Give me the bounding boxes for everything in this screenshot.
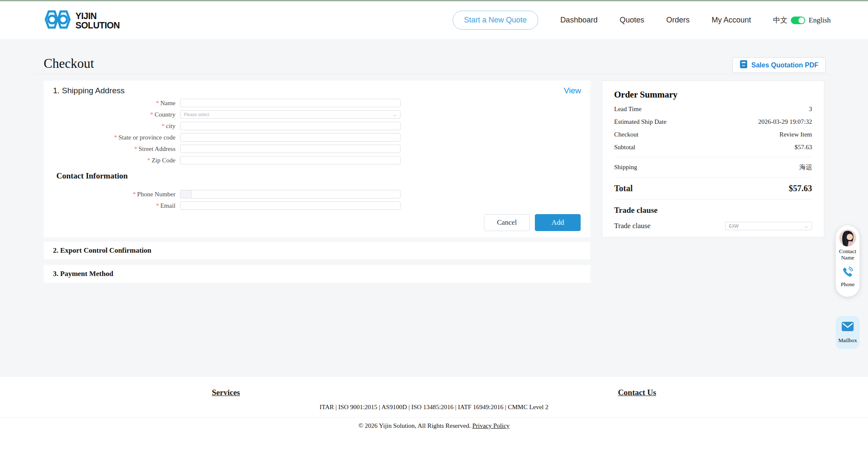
summary-divider — [614, 177, 812, 178]
summary-row-ship-date: Estimated Ship Date 2026-03-29 19:07:32 — [614, 118, 812, 125]
mailbox-label: Mailbox — [838, 337, 857, 343]
phone-input[interactable] — [191, 190, 401, 198]
trade-clause-select[interactable]: EXW ⌄ — [725, 222, 812, 230]
total-label: Total — [614, 184, 633, 193]
contact-avatar — [839, 229, 856, 246]
required-asterisk: * — [133, 191, 136, 198]
country-placeholder: Please select — [184, 112, 209, 117]
shipping-method-label: Shipping — [614, 164, 637, 171]
order-summary-title: Order Summary — [614, 89, 812, 100]
language-toggle[interactable] — [791, 17, 805, 24]
start-new-quote-button[interactable]: Start a New Quote — [453, 11, 538, 30]
export-control-section[interactable]: 2. Export Control Confirmation — [44, 242, 590, 259]
summary-row-subtotal: Subtotal $57.63 — [614, 144, 812, 151]
form-row-street: *Street Address — [44, 145, 590, 153]
copyright-text: © 2026 Yijin Solution, All Rights Reserv… — [359, 422, 471, 429]
mailbox-widget[interactable]: Mailbox — [836, 316, 860, 349]
pdf-icon: PDF — [740, 60, 748, 70]
form-actions: Cancel Add — [484, 214, 581, 231]
lead-time-value: 3 — [809, 106, 812, 113]
shipping-form: *Name *Country Please select ⌄ *city *St… — [44, 95, 590, 210]
form-row-name: *Name — [44, 99, 590, 107]
cancel-button[interactable]: Cancel — [484, 214, 530, 231]
nav-my-account[interactable]: My Account — [712, 16, 751, 25]
export-control-title: 2. Export Control Confirmation — [53, 246, 151, 255]
form-row-city: *city — [44, 122, 590, 130]
header: YIJIN SOLUTION Start a New Quote Dashboa… — [0, 1, 868, 39]
name-label: *Name — [44, 100, 180, 107]
summary-divider — [614, 199, 812, 200]
nav-dashboard[interactable]: Dashboard — [560, 16, 598, 25]
form-row-country: *Country Please select ⌄ — [44, 110, 590, 119]
checkout-value: Review Item — [779, 131, 812, 138]
contact-widget[interactable]: Contact Name Phone — [836, 226, 860, 297]
footer-divider — [0, 417, 868, 418]
required-asterisk: * — [150, 111, 153, 118]
shipping-section-title: 1. Shipping Address — [53, 86, 125, 95]
total-value: $57.63 — [789, 184, 812, 193]
privacy-policy-link[interactable]: Privacy Policy — [472, 422, 509, 429]
language-switch: 中文 English — [773, 15, 831, 25]
form-row-email: *Email — [44, 201, 590, 210]
required-asterisk: * — [156, 202, 159, 209]
summary-total-row: Total $57.63 — [614, 184, 812, 193]
footer-contact-us-link[interactable]: Contact Us — [573, 388, 701, 397]
country-label: *Country — [44, 111, 180, 118]
copyright-line: © 2026 Yijin Solution, All Rights Reserv… — [0, 422, 868, 429]
summary-row-checkout: Checkout Review Item — [614, 131, 812, 138]
toggle-knob — [798, 17, 804, 23]
country-select[interactable]: Please select ⌄ — [180, 110, 401, 119]
view-link[interactable]: View — [564, 86, 581, 95]
phone-label-floating: Phone — [841, 281, 855, 287]
chevron-down-icon: ⌄ — [804, 224, 808, 229]
contact-name-label: Contact Name — [836, 248, 860, 261]
email-label: *Email — [44, 202, 180, 209]
footer-services-link[interactable]: Services — [162, 388, 289, 397]
summary-row-shipping: Shipping 海运 — [614, 163, 812, 171]
zip-input[interactable] — [180, 156, 401, 165]
required-asterisk: * — [114, 134, 117, 141]
zip-label: *Zip Code — [44, 157, 180, 164]
city-input[interactable] — [180, 122, 401, 130]
logo-infinity-icon — [44, 9, 72, 31]
logo-text: YIJIN SOLUTION — [75, 11, 120, 29]
phone-country-code-addon[interactable] — [180, 190, 191, 198]
lang-english-label[interactable]: English — [809, 16, 831, 25]
trade-clause-heading: Trade clause — [614, 206, 812, 215]
page-title: Checkout — [44, 56, 94, 71]
trade-clause-row: Trade clause EXW ⌄ — [614, 222, 812, 230]
form-row-phone: *Phone Number — [44, 190, 590, 198]
payment-method-section[interactable]: 3. Payment Method — [44, 265, 590, 283]
name-input[interactable] — [180, 99, 401, 107]
state-input[interactable] — [180, 133, 401, 142]
street-input[interactable] — [180, 145, 401, 153]
main-content: Checkout PDF Sales Quotation PDF 1. Ship… — [0, 39, 868, 377]
add-button[interactable]: Add — [535, 214, 581, 231]
chevron-down-icon: ⌄ — [393, 112, 397, 117]
street-label: *Street Address — [44, 145, 180, 153]
nav-quotes[interactable]: Quotes — [620, 16, 644, 25]
pdf-button-label: Sales Quotation PDF — [751, 61, 818, 69]
sales-quotation-pdf-button[interactable]: PDF Sales Quotation PDF — [732, 57, 826, 73]
subtotal-value: $57.63 — [795, 144, 812, 151]
order-summary-panel: Order Summary Lead Time 3 Estimated Ship… — [602, 81, 824, 237]
trade-clause-value: EXW — [729, 224, 739, 229]
email-input[interactable] — [180, 201, 401, 210]
svg-text:PDF: PDF — [742, 65, 746, 67]
summary-row-lead-time: Lead Time 3 — [614, 106, 812, 113]
phone-icon — [842, 267, 853, 279]
required-asterisk: * — [156, 100, 159, 106]
company-logo[interactable]: YIJIN SOLUTION — [44, 9, 120, 31]
required-asterisk: * — [161, 123, 165, 129]
nav-orders[interactable]: Orders — [666, 16, 690, 25]
lang-chinese-label[interactable]: 中文 — [773, 15, 787, 25]
form-row-zip: *Zip Code — [44, 156, 590, 165]
mailbox-icon — [841, 321, 854, 333]
payment-method-title: 3. Payment Method — [53, 270, 113, 278]
shipping-section-header: 1. Shipping Address View — [44, 81, 590, 95]
state-label: *State or province code — [44, 134, 180, 141]
subtotal-label: Subtotal — [614, 144, 635, 151]
city-label: *city — [44, 123, 180, 130]
certifications-line: ITAR | ISO 9001:2015 | AS9100D | ISO 134… — [0, 404, 868, 411]
phone-label: *Phone Number — [44, 191, 180, 198]
